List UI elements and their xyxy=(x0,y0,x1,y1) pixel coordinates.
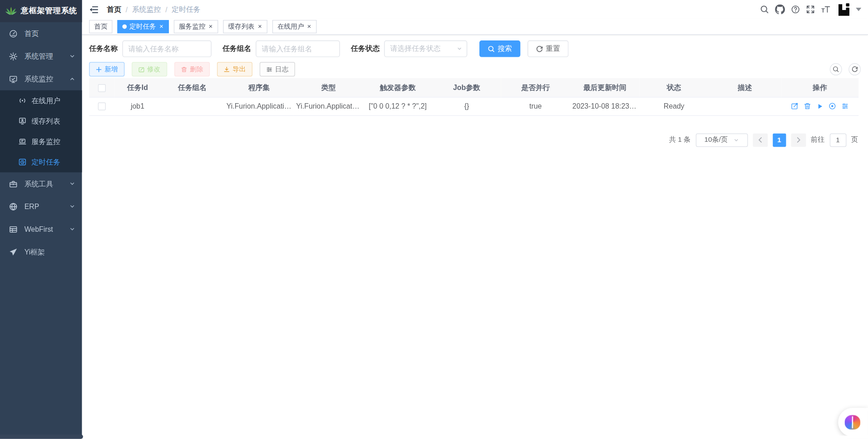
sidebar-item-online-users[interactable]: 在线用户 xyxy=(0,90,82,111)
font-size-icon[interactable] xyxy=(821,5,830,14)
screen-user-icon xyxy=(18,117,27,126)
table-row[interactable]: job1 Yi.Furion.Application Yi.Furion.App… xyxy=(89,97,858,115)
page-content: 任务名称 任务组名 任务状态 请选择任务状态 搜索 xyxy=(82,35,868,147)
chevron-down-icon xyxy=(457,46,462,51)
close-icon[interactable]: × xyxy=(307,23,312,30)
page-size-select[interactable]: 10条/页 xyxy=(695,133,748,146)
breadcrumb-home[interactable]: 首页 xyxy=(107,5,121,15)
row-run-icon[interactable] xyxy=(817,103,824,110)
tab-label: 定时任务 xyxy=(129,22,156,31)
sidebar-item-label: ERP xyxy=(25,202,39,210)
sidebar-item-system-monitoring[interactable]: 系统监控 xyxy=(0,68,82,90)
log-lines-icon xyxy=(266,66,272,72)
sidebar-item-webfirst[interactable]: WebFirst xyxy=(0,218,82,240)
edit-icon xyxy=(138,66,144,72)
horizontal-scrollbar[interactable] xyxy=(0,435,868,439)
log-button[interactable]: 日志 xyxy=(260,62,295,77)
help-icon[interactable] xyxy=(791,5,800,14)
sidebar-item-system-tools[interactable]: 系统工具 xyxy=(0,172,82,195)
sidebar: 意框架管理系统 首页 系统管理 xyxy=(0,0,82,435)
sidebar-item-label: 缓存列表 xyxy=(32,116,60,126)
row-log-icon[interactable] xyxy=(841,103,848,110)
sidebar-item-yi-framework[interactable]: Yi框架 xyxy=(0,240,82,263)
tasks-table: 任务Id 任务组名 程序集 类型 触发器参数 Job参数 是否并行 最后更新时间… xyxy=(89,78,858,115)
col-task-id: 任务Id xyxy=(114,78,160,97)
goto-page-input[interactable] xyxy=(829,133,846,146)
trash-icon xyxy=(181,66,187,72)
tags-view: 首页 定时任务 × 服务监控 × 缓存列表 × 在线用户 × xyxy=(82,19,868,35)
sidebar-item-label: 定时任务 xyxy=(32,157,60,167)
sidebar-item-erp[interactable]: ERP xyxy=(0,195,82,218)
task-status-select[interactable]: 请选择任务状态 xyxy=(384,40,467,57)
prev-page-button[interactable] xyxy=(753,133,768,146)
close-icon[interactable]: × xyxy=(159,23,164,30)
refresh-icon xyxy=(536,45,543,52)
sidebar-submenu-monitoring: 在线用户 缓存列表 xyxy=(0,90,82,172)
chevron-up-icon xyxy=(69,76,75,82)
gear-icon xyxy=(9,52,18,61)
col-group: 任务组名 xyxy=(161,78,224,97)
dashboard-icon xyxy=(9,29,18,38)
col-concurrent: 是否并行 xyxy=(501,78,570,97)
laptop-icon xyxy=(18,137,27,146)
col-actions: 操作 xyxy=(781,78,859,97)
refresh-table-button[interactable] xyxy=(848,63,861,75)
sidebar-item-scheduled-tasks[interactable]: 定时任务 xyxy=(0,152,82,172)
tab-label: 在线用户 xyxy=(277,22,304,31)
sidebar-item-home[interactable]: 首页 xyxy=(0,22,82,45)
close-icon[interactable]: × xyxy=(257,23,262,30)
top-navbar: 首页 / 系统监控 / 定时任务 xyxy=(82,0,868,19)
show-search-button[interactable] xyxy=(830,63,842,75)
app-logo: 意框架管理系统 xyxy=(0,0,82,22)
chevron-down-icon xyxy=(69,53,75,59)
tab-scheduled-tasks[interactable]: 定时任务 × xyxy=(118,20,169,33)
sidebar-item-system-management[interactable]: 系统管理 xyxy=(0,45,82,68)
page-number-active[interactable]: 1 xyxy=(773,133,786,146)
main-area: 首页 / 系统监控 / 定时任务 xyxy=(82,0,868,147)
add-button[interactable]: 新增 xyxy=(89,62,124,77)
col-assembly: 程序集 xyxy=(224,78,294,97)
row-edit-icon[interactable] xyxy=(791,103,799,110)
table-grid-icon xyxy=(9,224,18,234)
row-view-icon[interactable] xyxy=(829,103,836,110)
fullscreen-icon[interactable] xyxy=(806,5,815,14)
github-icon[interactable] xyxy=(775,5,785,15)
reset-button[interactable]: 重置 xyxy=(528,40,568,57)
chevron-down-icon xyxy=(69,181,75,187)
next-page-button[interactable] xyxy=(791,133,806,146)
avatar-caret-icon[interactable] xyxy=(856,8,861,11)
delete-button[interactable]: 删除 xyxy=(174,62,210,77)
tab-service-monitoring[interactable]: 服务监控 × xyxy=(174,20,218,33)
breadcrumb-separator: / xyxy=(165,5,167,14)
breadcrumb-current: 定时任务 xyxy=(172,5,200,15)
row-delete-icon[interactable] xyxy=(804,103,811,110)
row-checkbox[interactable] xyxy=(98,103,106,110)
close-icon[interactable]: × xyxy=(208,23,213,30)
table-header-row: 任务Id 任务组名 程序集 类型 触发器参数 Job参数 是否并行 最后更新时间… xyxy=(89,78,858,97)
avatar[interactable] xyxy=(836,2,851,17)
sidebar-item-label: 在线用户 xyxy=(32,95,60,105)
export-button[interactable]: 导出 xyxy=(217,62,252,77)
task-name-input[interactable] xyxy=(122,40,211,57)
tab-online-users[interactable]: 在线用户 × xyxy=(272,20,317,33)
app-root: 意框架管理系统 首页 系统管理 xyxy=(0,0,868,439)
chevron-down-icon xyxy=(69,204,75,210)
col-trigger-args: 触发器参数 xyxy=(363,78,432,97)
edit-button[interactable]: 修改 xyxy=(132,62,167,77)
tab-cache-list[interactable]: 缓存列表 × xyxy=(223,20,267,33)
select-all-checkbox[interactable] xyxy=(98,84,106,92)
sidebar-item-cache-list[interactable]: 缓存列表 xyxy=(0,111,82,131)
assistant-launcher[interactable] xyxy=(838,408,868,436)
header-search-icon[interactable] xyxy=(760,5,769,14)
scrollbar-thumb[interactable] xyxy=(0,434,83,439)
sidebar-item-service-monitoring[interactable]: 服务监控 xyxy=(0,131,82,152)
sidebar-collapse-icon[interactable] xyxy=(89,5,99,14)
tab-home[interactable]: 首页 xyxy=(89,20,112,33)
search-button[interactable]: 搜索 xyxy=(479,40,520,57)
task-status-placeholder: 请选择任务状态 xyxy=(390,44,441,54)
task-name-label: 任务名称 xyxy=(89,44,118,54)
task-group-input[interactable] xyxy=(256,40,340,57)
breadcrumb-separator: / xyxy=(126,5,128,14)
col-job-args: Job参数 xyxy=(432,78,501,97)
chevron-left-icon xyxy=(758,137,763,143)
